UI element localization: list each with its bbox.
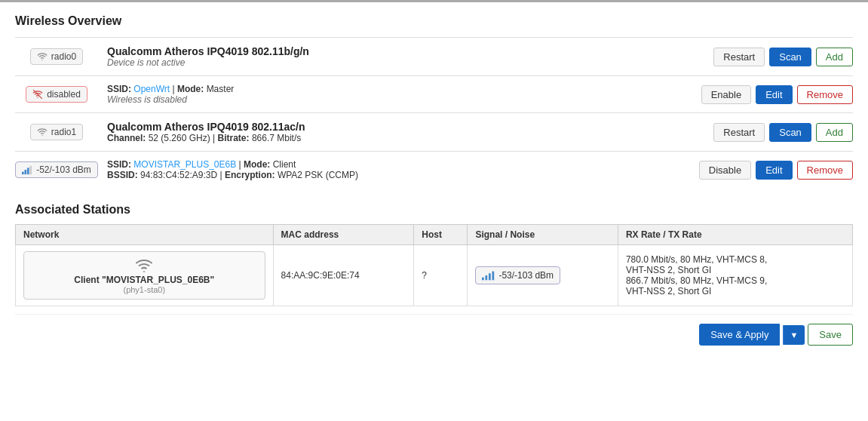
rx-tx-line4: VHT-NSS 2, Short GI [626,286,845,297]
svg-point-8 [143,271,145,272]
disabled-detail2: Wireless is disabled [107,94,692,105]
client-wifi-icon [135,257,153,275]
wireless-overview-section: Wireless Overview radio0 Qualcomm Athero… [15,14,853,188]
disabled-info: SSID: OpenWrt | Mode: Master Wireless is… [98,84,701,105]
signal-bars-icon [22,164,32,175]
disabled-label: disabled [47,89,81,100]
wifi-icon [37,51,48,62]
svg-point-3 [41,135,42,136]
signal-mode-value: Client [273,159,296,170]
disabled-badge-container: disabled [15,86,98,103]
radio0-actions: Restart Scan Add [713,48,853,66]
signal-actions: Disable Edit Remove [699,161,853,180]
svg-rect-12 [492,272,495,281]
disabled-remove-button[interactable]: Remove [797,85,853,104]
page-wrapper: Wireless Overview radio0 Qualcomm Athero… [0,0,868,421]
radio1-add-button[interactable]: Add [816,123,853,142]
client-card: Client "MOVISTAR_PLUS_0E6B" (phy1-sta0) [23,251,265,300]
radio0-restart-button[interactable]: Restart [713,48,765,66]
radio0-label: radio0 [51,51,76,62]
svg-rect-4 [22,172,24,175]
mode-label: Mode: [177,84,204,94]
svg-rect-7 [30,166,32,174]
signal-edit-button[interactable]: Edit [756,161,792,180]
radio1-label: radio1 [51,127,76,137]
assoc-signal-bars-icon [482,270,495,281]
assoc-mac-cell: 84:AA:9C:9E:0E:74 [273,245,414,306]
radio-row-radio0: radio0 Qualcomm Atheros IPQ4019 802.11b/… [15,37,853,75]
radio1-detail-line: Channel: 52 (5.260 GHz) | Bitrate: 866.7… [107,133,704,143]
radio1-scan-button[interactable]: Scan [769,123,811,142]
save-button[interactable]: Save [808,324,853,346]
signal-ssid-value: MOVISTAR_PLUS_0E6B [133,159,236,170]
radio0-add-button[interactable]: Add [816,48,853,66]
ssid-label: SSID: [107,84,131,94]
disabled-ssid-line: SSID: OpenWrt | Mode: Master [107,84,692,94]
assoc-host-cell: ? [414,245,468,306]
radio-row-signal: -52/-103 dBm SSID: MOVISTAR_PLUS_0E6B | … [15,151,853,188]
rx-tx-line2: VHT-NSS 2, Short GI [626,265,845,275]
signal-disable-button[interactable]: Disable [699,161,751,180]
assoc-table: Network MAC address Host Signal / Noise … [15,224,853,306]
radio-row-disabled: disabled SSID: OpenWrt | Mode: Master Wi… [15,75,853,112]
bssid-label: BSSID: [107,170,138,180]
wireless-overview-title: Wireless Overview [15,14,853,28]
assoc-rate-cell: 780.0 Mbit/s, 80 MHz, VHT-MCS 8, VHT-NSS… [618,245,852,306]
col-mac: MAC address [273,225,414,245]
client-name: Client "MOVISTAR_PLUS_0E6B" [74,275,214,285]
channel-label: Channel: [107,133,146,143]
signal-remove-button[interactable]: Remove [797,161,853,180]
signal-ssid-label: SSID: [107,159,131,170]
rx-tx-line3: 866.7 Mbit/s, 80 MHz, VHT-MCS 9, [626,275,845,286]
assoc-stations-title: Associated Stations [15,203,853,217]
radio0-device-sub: Device is not active [107,57,704,68]
signal-bssid-line: BSSID: 94:83:C4:52:A9:3D | Encryption: W… [107,170,690,180]
assoc-signal-badge: -53/-103 dBm [475,266,560,284]
signal-ssid-line: SSID: MOVISTAR_PLUS_0E6B | Mode: Client [107,159,690,170]
svg-rect-10 [486,275,488,280]
signal-badge: -52/-103 dBm [15,161,98,178]
radio1-device-name: Qualcomm Atheros IPQ4019 802.11ac/n [107,121,704,133]
disabled-enable-button[interactable]: Enable [701,85,751,104]
radio0-scan-button[interactable]: Scan [769,48,811,66]
radio1-wifi-icon [37,127,48,137]
signal-bssid-value: 94:83:C4:52:A9:3D [140,170,217,180]
bitrate-label: Bitrate: [218,133,250,143]
radio0-badge: radio0 [30,48,83,65]
col-network: Network [16,225,274,245]
svg-point-1 [38,97,38,98]
assoc-stations-section: Associated Stations Network MAC address … [15,203,853,306]
disabled-wifi-icon [32,89,43,100]
radio1-restart-button[interactable]: Restart [713,123,765,142]
disabled-actions: Enable Edit Remove [701,85,853,104]
save-apply-dropdown-button[interactable]: ▼ [783,325,805,345]
assoc-network-cell: Client "MOVISTAR_PLUS_0E6B" (phy1-sta0) [16,245,274,306]
disabled-edit-button[interactable]: Edit [756,85,792,104]
radio1-bitrate-value: 866.7 Mbit/s [252,133,301,143]
radio1-badge-container: radio1 [15,124,98,140]
assoc-table-header-row: Network MAC address Host Signal / Noise … [16,225,853,245]
col-rate: RX Rate / TX Rate [618,225,852,245]
disabled-badge: disabled [26,86,87,103]
encryption-label: Encryption: [225,170,275,180]
col-signal: Signal / Noise [468,225,618,245]
disabled-mode-value: Master [207,84,235,94]
radio-row-radio1: radio1 Qualcomm Atheros IPQ4019 802.11ac… [15,112,853,151]
signal-mode-label: Mode: [244,159,270,170]
save-apply-button[interactable]: Save & Apply [699,324,780,346]
radio1-channel-value: 52 (5.260 GHz) [149,133,210,143]
radio1-actions: Restart Scan Add [713,123,853,142]
radio1-badge: radio1 [30,124,83,140]
signal-label: -52/-103 dBm [36,164,91,175]
signal-encryption-value: WPA2 PSK (CCMP) [278,170,358,180]
radio1-info: Qualcomm Atheros IPQ4019 802.11ac/n Chan… [98,121,713,143]
svg-rect-5 [25,170,27,174]
col-host: Host [414,225,468,245]
assoc-signal-value: -53/-103 dBm [498,270,554,281]
disabled-ssid-value: OpenWrt [133,84,170,94]
rx-tx-line1: 780.0 Mbit/s, 80 MHz, VHT-MCS 8, [626,254,845,265]
table-row: Client "MOVISTAR_PLUS_0E6B" (phy1-sta0) … [16,245,853,306]
radio0-device-name: Qualcomm Atheros IPQ4019 802.11b/g/n [107,45,704,57]
radio0-info: Qualcomm Atheros IPQ4019 802.11b/g/n Dev… [98,45,713,68]
svg-rect-11 [489,273,491,280]
